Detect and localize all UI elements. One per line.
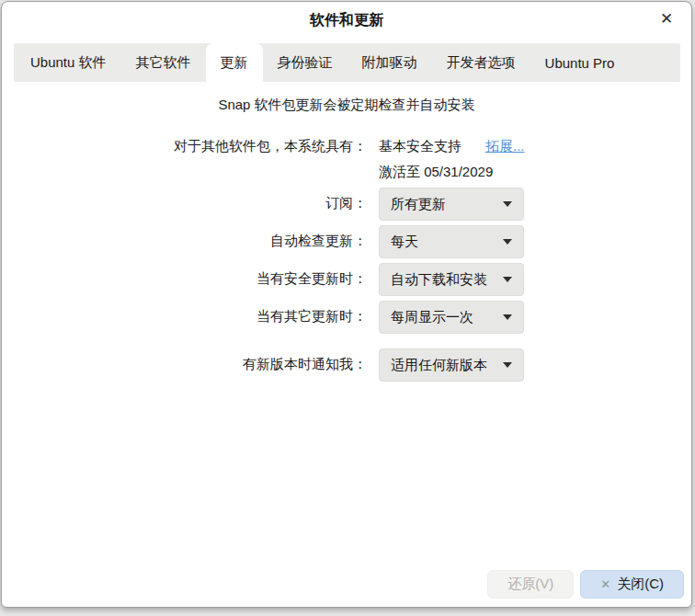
dropdown-arrow-icon	[503, 201, 512, 207]
window-title: 软件和更新	[2, 11, 691, 30]
close-button-icon: ✕	[600, 578, 610, 590]
revert-button[interactable]: 还原(V)	[487, 570, 574, 599]
other-updates-label: 当有其它更新时：	[2, 308, 367, 325]
window-close-icon[interactable]: ✕	[655, 6, 678, 30]
software-updates-dialog: 软件和更新 ✕ Ubuntu 软件 其它软件 更新 身份验证 附加驱动 开发者选…	[1, 1, 692, 608]
row-auto-check: 自动检查更新： 每天	[2, 225, 691, 258]
auto-check-dropdown[interactable]: 每天	[379, 225, 524, 258]
tab-ubuntu-pro[interactable]: Ubuntu Pro	[530, 43, 630, 82]
tab-additional-drivers[interactable]: 附加驱动	[348, 43, 432, 82]
footer-button-bar: 还原(V) ✕ 关闭(C)	[487, 570, 684, 599]
row-security-updates: 当有安全更新时： 自动下载和安装	[2, 263, 691, 296]
row-subscription: 订阅： 所有更新	[2, 188, 691, 221]
close-button[interactable]: ✕ 关闭(C)	[580, 570, 684, 599]
security-updates-dropdown[interactable]: 自动下载和安装	[379, 263, 524, 296]
dropdown-arrow-icon	[503, 277, 512, 282]
other-updates-dropdown[interactable]: 每周显示一次	[379, 301, 524, 334]
subscription-dropdown-value: 所有更新	[391, 196, 446, 213]
support-label: 对于其他软件包，本系统具有：	[2, 138, 367, 155]
screen: 软件和更新 ✕ Ubuntu 软件 其它软件 更新 身份验证 附加驱动 开发者选…	[0, 0, 695, 616]
dropdown-arrow-icon	[503, 239, 512, 245]
subscription-label: 订阅：	[2, 195, 367, 212]
tab-authentication[interactable]: 身份验证	[263, 43, 348, 82]
other-updates-dropdown-value: 每周显示一次	[391, 309, 473, 326]
new-release-label: 有新版本时通知我：	[2, 356, 367, 373]
dropdown-arrow-icon	[503, 362, 512, 368]
dropdown-arrow-icon	[503, 314, 512, 320]
tab-ubuntu-software[interactable]: Ubuntu 软件	[16, 43, 121, 82]
tab-bar: Ubuntu 软件 其它软件 更新 身份验证 附加驱动 开发者选项 Ubuntu…	[14, 43, 680, 82]
tab-updates[interactable]: 更新	[206, 43, 263, 82]
titlebar[interactable]: 软件和更新 ✕	[2, 2, 691, 43]
new-release-dropdown[interactable]: 适用任何新版本	[379, 348, 524, 382]
auto-check-dropdown-value: 每天	[391, 234, 418, 251]
row-other-updates: 当有其它更新时： 每周显示一次	[2, 301, 691, 334]
support-active-until: 激活至 05/31/2029	[379, 164, 493, 181]
tab-other-software[interactable]: 其它软件	[121, 43, 206, 82]
tab-developer-options[interactable]: 开发者选项	[432, 43, 530, 82]
security-updates-dropdown-value: 自动下载和安装	[391, 271, 487, 289]
close-button-label: 关闭(C)	[617, 576, 664, 593]
new-release-dropdown-value: 适用任何新版本	[391, 357, 487, 374]
support-value-row: 基本安全支持拓展...	[379, 138, 525, 155]
support-level-text: 基本安全支持	[379, 138, 461, 154]
row-new-release: 有新版本时通知我： 适用任何新版本	[2, 348, 691, 382]
snap-update-note: Snap 软件包更新会被定期检查并自动安装	[2, 97, 691, 114]
expand-support-link[interactable]: 拓展...	[485, 138, 525, 154]
subscription-dropdown[interactable]: 所有更新	[379, 188, 524, 221]
auto-check-label: 自动检查更新：	[2, 233, 367, 250]
security-updates-label: 当有安全更新时：	[2, 270, 367, 288]
